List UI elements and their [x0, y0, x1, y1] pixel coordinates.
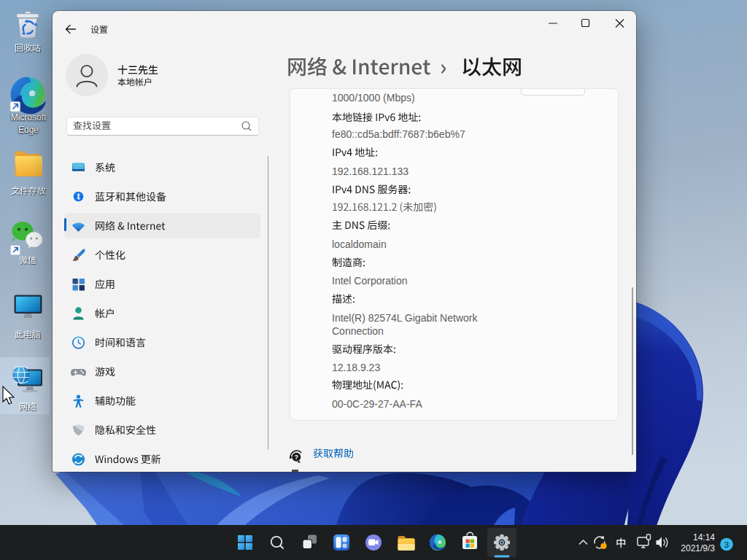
- svg-text:3: 3: [724, 540, 729, 549]
- svg-text:?: ?: [295, 454, 299, 461]
